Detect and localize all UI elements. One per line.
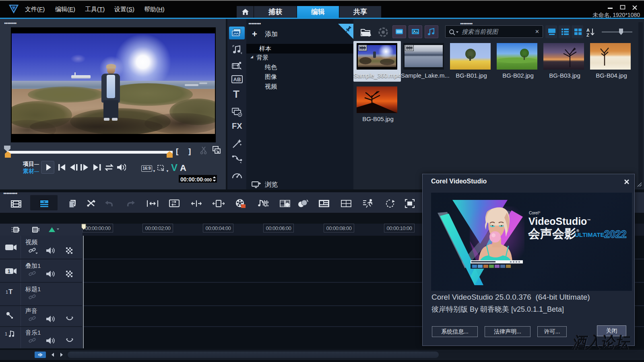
svg-text:2022: 2022 bbox=[604, 228, 627, 240]
svg-text:Z: Z bbox=[586, 33, 589, 37]
svg-text:会声会影®: 会声会影® bbox=[528, 227, 579, 240]
svg-text:A: A bbox=[586, 28, 590, 33]
svg-text:ULTIMATE: ULTIMATE bbox=[575, 231, 605, 238]
svg-text:1: 1 bbox=[8, 269, 10, 274]
svg-text:VideoStudio™: VideoStudio™ bbox=[528, 216, 590, 227]
svg-text:Corel®: Corel® bbox=[529, 211, 541, 215]
